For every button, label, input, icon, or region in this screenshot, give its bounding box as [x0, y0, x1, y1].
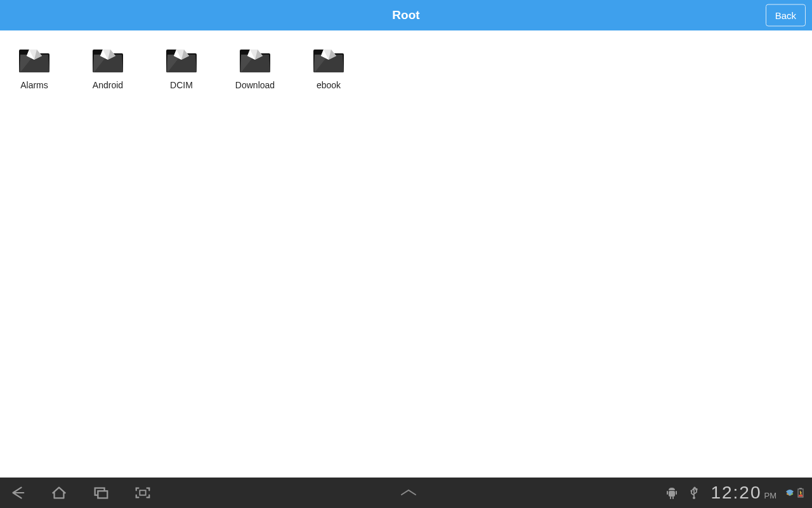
clock-ampm: PM [764, 491, 777, 500]
folder-label: Download [235, 80, 275, 90]
battery-icon [797, 488, 804, 498]
svg-rect-1 [98, 491, 107, 498]
folder-label: ebook [317, 80, 341, 90]
svg-rect-3 [669, 491, 675, 497]
status-area[interactable]: 12:20 PM [665, 483, 804, 503]
clock-time: 12:20 [710, 483, 761, 503]
svg-rect-5 [676, 491, 677, 495]
svg-rect-9 [696, 488, 698, 490]
folder-item[interactable]: Download [230, 46, 280, 90]
folder-label: Android [93, 80, 123, 90]
nav-back-icon[interactable] [8, 483, 27, 502]
svg-rect-13 [799, 495, 802, 497]
folder-icon [239, 46, 272, 74]
svg-point-8 [691, 490, 693, 491]
folder-icon [18, 46, 51, 74]
back-button[interactable]: Back [766, 4, 806, 27]
title-bar: Root Back [0, 0, 812, 30]
folder-icon [91, 46, 124, 74]
folder-label: DCIM [170, 80, 193, 90]
nav-buttons [8, 483, 152, 502]
nav-screenshot-icon[interactable] [133, 483, 152, 502]
folder-icon [312, 46, 345, 74]
svg-rect-12 [799, 488, 802, 490]
android-debug-icon [665, 486, 679, 500]
nav-recent-apps-icon[interactable] [91, 483, 110, 502]
usb-icon [688, 486, 702, 500]
folder-grid: Alarms Android DCIM [9, 46, 803, 90]
svg-rect-6 [670, 497, 671, 499]
nav-home-icon[interactable] [49, 483, 69, 502]
folder-item[interactable]: Android [82, 46, 133, 90]
svg-rect-4 [667, 491, 668, 495]
svg-point-10 [693, 497, 695, 499]
content-area: Alarms Android DCIM [0, 30, 812, 478]
folder-label: Alarms [20, 80, 48, 90]
expand-handle[interactable] [152, 488, 665, 497]
status-indicators [785, 488, 804, 498]
status-clock: 12:20 PM [710, 483, 776, 503]
folder-icon [165, 46, 198, 74]
folder-item[interactable]: Alarms [9, 46, 60, 90]
system-bar: 12:20 PM [0, 478, 812, 508]
wifi-icon [785, 488, 794, 497]
folder-item[interactable]: DCIM [156, 46, 207, 90]
svg-rect-2 [140, 490, 145, 495]
page-title: Root [392, 8, 419, 22]
svg-rect-7 [672, 497, 674, 499]
folder-item[interactable]: ebook [303, 46, 354, 90]
